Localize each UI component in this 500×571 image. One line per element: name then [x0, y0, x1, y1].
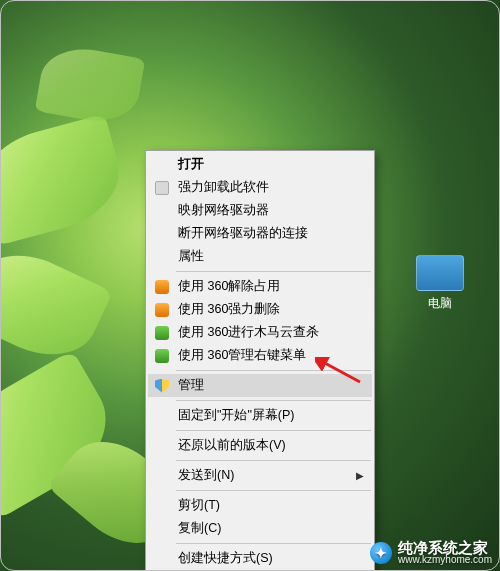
chevron-right-icon: ▶: [356, 470, 364, 481]
menu-item-send-to[interactable]: 发送到(N)▶: [148, 464, 372, 487]
menu-item-label: 映射网络驱动器: [178, 202, 269, 219]
menu-item-cut[interactable]: 剪切(T): [148, 494, 372, 517]
menu-item-360-unlock[interactable]: 使用 360解除占用: [148, 275, 372, 298]
desktop-icon-this-pc[interactable]: 电脑: [410, 255, 470, 312]
menu-item-label: 使用 360进行木马云查杀: [178, 324, 319, 341]
desktop-icon-label: 电脑: [410, 295, 470, 312]
menu-item-label: 管理: [178, 377, 204, 394]
menu-separator: [176, 543, 371, 544]
menu-separator: [176, 460, 371, 461]
menu-item-label: 复制(C): [178, 520, 221, 537]
menu-item-label: 剪切(T): [178, 497, 220, 514]
menu-item-label: 发送到(N): [178, 467, 234, 484]
menu-item-copy[interactable]: 复制(C): [148, 517, 372, 540]
menu-item-360-manage-menu[interactable]: 使用 360管理右键菜单: [148, 344, 372, 367]
menu-item-label: 还原以前的版本(V): [178, 437, 286, 454]
menu-item-uninstall[interactable]: 强力卸载此软件: [148, 176, 372, 199]
menu-separator: [176, 430, 371, 431]
menu-item-properties-1[interactable]: 属性: [148, 245, 372, 268]
leaf-decoration: [35, 42, 146, 128]
menu-item-restore-version[interactable]: 还原以前的版本(V): [148, 434, 372, 457]
menu-item-label: 断开网络驱动器的连接: [178, 225, 308, 242]
menu-item-pin-start[interactable]: 固定到"开始"屏幕(P): [148, 404, 372, 427]
menu-separator: [176, 271, 371, 272]
watermark-url: www.kzmyhome.com: [398, 555, 492, 565]
monitor-icon: [416, 255, 464, 291]
menu-item-disconnect-drive[interactable]: 断开网络驱动器的连接: [148, 222, 372, 245]
menu-separator: [176, 400, 371, 401]
menu-item-label: 属性: [178, 248, 204, 265]
menu-item-label: 强力卸载此软件: [178, 179, 269, 196]
menu-item-label: 打开: [178, 156, 204, 173]
green-icon: [154, 348, 170, 364]
menu-separator: [176, 490, 371, 491]
context-menu: 打开强力卸载此软件映射网络驱动器断开网络驱动器的连接属性使用 360解除占用使用…: [145, 150, 375, 571]
menu-item-open[interactable]: 打开: [148, 153, 372, 176]
menu-item-manage[interactable]: 管理: [148, 374, 372, 397]
menu-item-create-shortcut[interactable]: 创建快捷方式(S): [148, 547, 372, 570]
orange-icon: [154, 279, 170, 295]
menu-item-label: 使用 360管理右键菜单: [178, 347, 306, 364]
menu-item-label: 固定到"开始"屏幕(P): [178, 407, 295, 424]
menu-item-360-force-delete[interactable]: 使用 360强力删除: [148, 298, 372, 321]
menu-item-label: 使用 360解除占用: [178, 278, 280, 295]
shield-icon: [154, 378, 170, 394]
menu-item-360-scan[interactable]: 使用 360进行木马云查杀: [148, 321, 372, 344]
menu-item-label: 使用 360强力删除: [178, 301, 280, 318]
watermark-title: 纯净系统之家: [398, 540, 492, 555]
gray-icon: [154, 180, 170, 196]
menu-item-map-drive[interactable]: 映射网络驱动器: [148, 199, 372, 222]
watermark-logo-icon: ✦: [370, 542, 392, 564]
leaf-decoration: [0, 237, 113, 374]
green-icon: [154, 325, 170, 341]
leaf-decoration: [0, 114, 131, 247]
menu-item-label: 创建快捷方式(S): [178, 550, 273, 567]
menu-separator: [176, 370, 371, 371]
watermark: ✦ 纯净系统之家 www.kzmyhome.com: [370, 540, 492, 565]
orange-icon: [154, 302, 170, 318]
